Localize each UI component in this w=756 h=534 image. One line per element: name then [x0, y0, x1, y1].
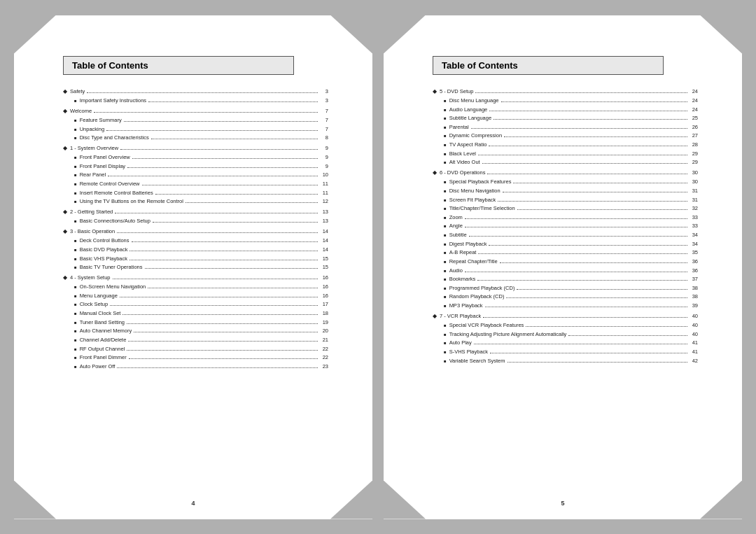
- square-bullet: ■: [74, 346, 77, 353]
- sub-page: 19: [320, 318, 328, 327]
- toc-sub-item: ■Random Playback (CD)38: [433, 293, 698, 301]
- square-bullet: ■: [444, 232, 447, 239]
- square-bullet: ■: [444, 332, 447, 338]
- dot-leader: [132, 241, 318, 242]
- square-bullet: ■: [444, 358, 447, 365]
- section-page: 30: [690, 169, 698, 177]
- sub-page: 7: [320, 125, 328, 134]
- sub-page: 24: [690, 106, 698, 114]
- dot-leader: [465, 227, 687, 227]
- sub-page: 7: [320, 116, 328, 125]
- sub-label: Disc Type and Characteristics: [80, 134, 149, 142]
- toc-sub-item: ■Variable Search System42: [433, 357, 698, 365]
- sub-label: On-Screen Menu Navigation: [80, 283, 146, 291]
- sub-page: 37: [690, 275, 698, 283]
- sub-page: 15: [320, 263, 328, 272]
- toc-sub-item: ■Basic DVD Playback14: [63, 246, 328, 254]
- dot-leader: [186, 202, 318, 203]
- square-bullet: ■: [444, 259, 447, 265]
- dot-leader: [122, 314, 318, 315]
- dot-leader: [120, 149, 318, 150]
- toc-sub-item: ■A-B Repeat35: [433, 248, 698, 257]
- toc-sub-item: ■Disc Menu Navigation31: [433, 187, 698, 195]
- square-bullet: ■: [444, 323, 447, 329]
- toc-sub-item: ■Zoom33: [433, 213, 698, 222]
- sub-label: RF Output Channel: [80, 345, 125, 353]
- sub-label: Basic VHS Playback: [80, 255, 127, 263]
- dot-leader: [148, 288, 318, 288]
- dot-leader: [106, 130, 318, 131]
- sub-label: Bookmarks: [449, 275, 476, 283]
- sub-page: 40: [690, 330, 698, 339]
- dot-leader: [475, 92, 687, 93]
- section-label: 3 - Basic Operation: [70, 227, 115, 236]
- section-page: 16: [320, 274, 328, 282]
- square-bullet: ■: [74, 199, 77, 205]
- toc-section: ◆2 - Getting Started13■Basic Connections…: [63, 208, 328, 225]
- toc-sub-item: ■S-VHS Playback41: [433, 348, 698, 356]
- square-bullet: ■: [74, 265, 77, 271]
- diamond-bullet: ◆: [433, 169, 437, 177]
- square-bullet: ■: [444, 250, 447, 256]
- toc-section: ◆1 - System Overview9■Front Panel Overvi…: [63, 144, 328, 206]
- toc-sub-item: ■Using the TV Buttons on the Remote Cont…: [63, 197, 328, 206]
- sub-page: 39: [690, 302, 698, 310]
- square-bullet: ■: [74, 293, 77, 300]
- sub-label: Parental: [449, 123, 469, 132]
- square-bullet: ■: [444, 188, 447, 195]
- dot-leader: [477, 280, 687, 281]
- dot-leader: [471, 128, 687, 129]
- sub-page: 17: [320, 300, 328, 309]
- dot-leader: [493, 119, 687, 120]
- sub-label: Disc Menu Navigation: [449, 187, 500, 195]
- dot-leader: [490, 353, 687, 353]
- dot-leader: [465, 218, 687, 219]
- sub-page: 16: [320, 292, 328, 300]
- sub-page: 20: [320, 327, 328, 335]
- toc-main-item: ◆Safety3: [63, 87, 328, 96]
- toc-sub-item: ■Unpacking7: [63, 125, 328, 134]
- sub-page: 42: [690, 357, 698, 365]
- toc-section: ◆6 - DVD Operations30■Special Playback F…: [433, 169, 698, 310]
- toc-sub-item: ■Clock Setup17: [63, 300, 328, 309]
- sub-page: 34: [690, 231, 698, 239]
- sub-label: Tuner Band Setting: [80, 318, 125, 327]
- square-bullet: ■: [74, 328, 77, 335]
- diamond-bullet: ◆: [63, 107, 67, 115]
- dot-leader: [132, 158, 318, 159]
- square-bullet: ■: [444, 133, 447, 139]
- toc-sub-item: ■Parental26: [433, 123, 698, 132]
- dot-leader: [110, 305, 318, 306]
- left-toc-content: ◆Safety3■Important Safety Instructions3◆…: [63, 87, 328, 371]
- toc-sub-item: ■Black Level29: [433, 150, 698, 158]
- toc-sub-item: ■Audio Language24: [433, 106, 698, 114]
- section-label: Welcome: [70, 107, 92, 115]
- section-label: 4 - System Setup: [70, 274, 111, 282]
- sub-label: Tracking Adjusting Picture Alignment Aut…: [449, 330, 567, 339]
- corner-bl-decoration: [14, 481, 56, 519]
- sub-label: Clock Setup: [80, 300, 108, 309]
- toc-main-item: ◆3 - Basic Operation14: [63, 227, 328, 236]
- left-toc-header: Table of Contents: [63, 56, 294, 75]
- dot-leader: [501, 101, 687, 102]
- sub-page: 3: [320, 97, 328, 105]
- sub-label: Menu Language: [80, 292, 118, 300]
- toc-sub-item: ■Alt Video Out29: [433, 158, 698, 167]
- sub-label: Variable Search System: [449, 357, 505, 365]
- section-page: 24: [690, 87, 698, 96]
- sub-label: Unpacking: [80, 125, 104, 134]
- sub-label: S-VHS Playback: [449, 348, 488, 356]
- sub-label: Random Playback (CD): [449, 293, 505, 301]
- sub-page: 24: [690, 97, 698, 105]
- sub-page: 38: [690, 284, 698, 293]
- sub-page: 14: [320, 246, 328, 254]
- square-bullet: ■: [74, 135, 77, 141]
- section-page: 3: [320, 87, 328, 96]
- sub-label: Repeat Chapter/Title: [449, 258, 498, 266]
- sub-page: 34: [690, 240, 698, 248]
- sub-page: 8: [320, 134, 328, 142]
- toc-sub-item: ■MP3 Playback39: [433, 302, 698, 310]
- square-bullet: ■: [444, 215, 447, 221]
- square-bullet: ■: [444, 179, 447, 185]
- dot-leader: [489, 146, 687, 146]
